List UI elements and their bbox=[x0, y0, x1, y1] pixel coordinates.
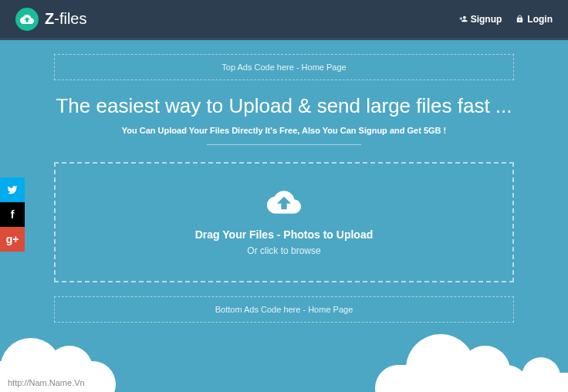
cloud-upload-icon bbox=[15, 8, 39, 31]
upload-title: Drag Your Files - Photos to Upload bbox=[71, 228, 497, 241]
twitter-share-button[interactable] bbox=[0, 177, 25, 202]
bottom-ad-placeholder: Bottom Ads Code here - Home Page bbox=[54, 296, 514, 323]
login-link[interactable]: Login bbox=[516, 14, 553, 25]
user-plus-icon bbox=[459, 15, 468, 23]
signup-link[interactable]: Signup bbox=[459, 14, 502, 25]
upload-subtitle: Or click to browse bbox=[71, 245, 497, 256]
decorative-clouds bbox=[0, 330, 568, 392]
divider bbox=[207, 144, 361, 145]
lock-icon bbox=[516, 15, 524, 23]
twitter-icon bbox=[7, 184, 18, 195]
main-content: Top Ads Code here - Home Page The easies… bbox=[0, 40, 568, 323]
hero-subtitle: You Can Upload Your Files Directly It's … bbox=[54, 126, 514, 135]
logo-text: Z-files bbox=[45, 10, 86, 28]
facebook-share-button[interactable]: f bbox=[0, 202, 25, 227]
nav-links: Signup Login bbox=[459, 14, 553, 25]
login-label: Login bbox=[527, 14, 553, 25]
hero-title: The easiest way to Upload & send large f… bbox=[54, 94, 514, 118]
google-plus-icon: g+ bbox=[6, 233, 19, 245]
logo[interactable]: Z-files bbox=[15, 8, 86, 31]
facebook-icon: f bbox=[11, 208, 15, 221]
signup-label: Signup bbox=[471, 14, 502, 25]
cloud-upload-icon bbox=[267, 185, 301, 219]
navbar: Z-files Signup Login bbox=[0, 0, 568, 40]
watermark: http://Nam.Name.Vn bbox=[8, 378, 85, 387]
social-share-bar: f g+ bbox=[0, 177, 25, 252]
top-ad-placeholder: Top Ads Code here - Home Page bbox=[54, 54, 514, 80]
google-plus-share-button[interactable]: g+ bbox=[0, 227, 25, 252]
upload-dropzone[interactable]: Drag Your Files - Photos to Upload Or cl… bbox=[54, 162, 514, 282]
